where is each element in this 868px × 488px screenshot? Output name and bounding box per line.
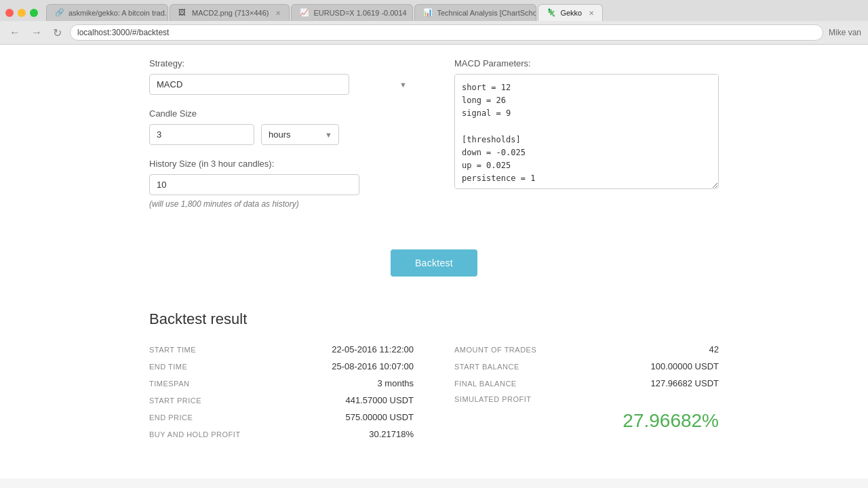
- browser-chrome: 🔗 askmike/gekko: A bitcoin trad... ✕ 🖼 M…: [0, 0, 868, 45]
- simulated-profit-key: SIMULATED PROFIT: [454, 395, 532, 403]
- tab-bar: 🔗 askmike/gekko: A bitcoin trad... ✕ 🖼 M…: [0, 0, 868, 21]
- tab-close-icon[interactable]: ✕: [275, 9, 281, 17]
- result-row-final-balance: FINAL BALANCE 127.96682 USDT: [454, 378, 719, 388]
- tab-github[interactable]: 🔗 askmike/gekko: A bitcoin trad... ✕: [46, 4, 168, 21]
- strategy-dropdown[interactable]: MACD RSI DEMA PPO MACD Trailing Stop: [149, 74, 349, 95]
- result-row-buy-hold-profit: BUY AND HOLD PROFIT 30.21718%: [149, 429, 414, 439]
- right-column: MACD Parameters: short = 12 long = 26 si…: [454, 58, 719, 205]
- result-row-end-time: END TIME 25-08-2016 10:07:00: [149, 361, 414, 371]
- maximize-window-button[interactable]: [30, 9, 38, 17]
- backtest-btn-row: Backtest: [149, 249, 719, 277]
- traffic-lights: [5, 9, 38, 17]
- result-row-start-price: START PRICE 441.57000 USDT: [149, 395, 414, 405]
- history-size-input[interactable]: 10: [149, 174, 359, 195]
- backtest-result-section: Backtest result START TIME 22-05-2016 11…: [149, 310, 719, 446]
- start-balance-value: 100.00000 USDT: [651, 361, 719, 371]
- backtest-button[interactable]: Backtest: [391, 249, 477, 277]
- buy-hold-profit-value: 30.21718%: [369, 429, 414, 439]
- strategy-section: Strategy: MACD RSI DEMA PPO MACD Trailin…: [149, 58, 414, 95]
- timespan-key: TIMESPAN: [149, 380, 189, 388]
- user-label: Mike van: [829, 28, 861, 37]
- result-row-amount-trades: AMOUNT OF TRADES 42: [454, 344, 719, 354]
- candle-size-section: Candle Size 3 minutes hours days ▼: [149, 108, 414, 145]
- left-column: Strategy: MACD RSI DEMA PPO MACD Trailin…: [149, 58, 414, 222]
- end-price-value: 575.00000 USDT: [346, 412, 414, 422]
- macd-params-textarea[interactable]: short = 12 long = 26 signal = 9 [thresho…: [454, 74, 719, 189]
- result-row-start-balance: START BALANCE 100.00000 USDT: [454, 361, 719, 371]
- candle-unit-dropdown[interactable]: minutes hours days: [261, 124, 339, 145]
- result-row-end-price: END PRICE 575.00000 USDT: [149, 412, 414, 422]
- end-time-value: 25-08-2016 10:07:00: [332, 361, 414, 371]
- macd-params-label: MACD Parameters:: [454, 58, 719, 68]
- final-balance-value: 127.96682 USDT: [651, 378, 719, 388]
- start-time-key: START TIME: [149, 346, 196, 354]
- tab-close-icon[interactable]: ✕: [589, 9, 594, 17]
- amount-trades-key: AMOUNT OF TRADES: [454, 346, 536, 354]
- simulated-profit-value: 27.96682%: [454, 410, 719, 432]
- start-time-value: 22-05-2016 11:22:00: [332, 344, 414, 354]
- macd-params-section: MACD Parameters: short = 12 long = 26 si…: [454, 58, 719, 191]
- address-bar-input[interactable]: localhost:3000/#/backtest: [70, 24, 823, 41]
- start-balance-key: START BALANCE: [454, 363, 519, 371]
- reload-button[interactable]: ↻: [50, 25, 64, 41]
- result-right-col: AMOUNT OF TRADES 42 START BALANCE 100.00…: [454, 344, 719, 446]
- page-content: Strategy: MACD RSI DEMA PPO MACD Trailin…: [0, 45, 868, 479]
- strategy-select-wrapper: MACD RSI DEMA PPO MACD Trailing Stop ▼: [149, 74, 414, 95]
- history-size-section: History Size (in 3 hour candles): 10 (wi…: [149, 159, 414, 209]
- candle-row: 3 minutes hours days ▼: [149, 124, 414, 145]
- strategy-macd-layout: Strategy: MACD RSI DEMA PPO MACD Trailin…: [149, 58, 719, 222]
- chart-icon: 📊: [423, 8, 433, 18]
- strategy-dropdown-arrow-icon: ▼: [399, 81, 407, 89]
- result-row-simulated-profit: SIMULATED PROFIT: [454, 395, 719, 403]
- result-left-col: START TIME 22-05-2016 11:22:00 END TIME …: [149, 344, 414, 446]
- tab-eurusd[interactable]: 📈 EURUSD=X 1.0619 -0.0014 ✕: [291, 4, 413, 21]
- result-row-start-time: START TIME 22-05-2016 11:22:00: [149, 344, 414, 354]
- address-bar-row: ← → ↻ localhost:3000/#/backtest Mike van: [0, 21, 868, 44]
- back-button[interactable]: ←: [7, 25, 23, 40]
- final-balance-key: FINAL BALANCE: [454, 380, 517, 388]
- start-price-key: START PRICE: [149, 396, 201, 405]
- timespan-value: 3 months: [378, 378, 414, 388]
- history-size-label: History Size (in 3 hour candles):: [149, 159, 414, 169]
- tab-technical-analysis[interactable]: 📊 Technical Analysis [ChartScho... ✕: [414, 4, 536, 21]
- end-time-key: END TIME: [149, 363, 187, 371]
- minimize-window-button[interactable]: [18, 9, 26, 17]
- github-icon: 🔗: [55, 8, 64, 18]
- forward-button[interactable]: →: [28, 25, 45, 40]
- main-container: Strategy: MACD RSI DEMA PPO MACD Trailin…: [122, 58, 746, 446]
- finance-icon: 📈: [300, 8, 309, 18]
- buy-hold-profit-key: BUY AND HOLD PROFIT: [149, 430, 241, 439]
- history-note: (will use 1,800 minutes of data as histo…: [149, 199, 414, 209]
- candle-number-input[interactable]: 3: [149, 124, 254, 145]
- end-price-key: END PRICE: [149, 413, 193, 422]
- candle-size-label: Candle Size: [149, 108, 414, 119]
- close-window-button[interactable]: [5, 9, 14, 17]
- amount-trades-value: 42: [709, 344, 719, 354]
- image-icon: 🖼: [178, 8, 188, 18]
- result-grid: START TIME 22-05-2016 11:22:00 END TIME …: [149, 344, 719, 446]
- gekko-icon: 🦎: [547, 8, 556, 18]
- result-row-timespan: TIMESPAN 3 months: [149, 378, 414, 388]
- tab-gekko[interactable]: 🦎 Gekko ✕: [538, 4, 603, 21]
- candle-unit-wrapper: minutes hours days ▼: [261, 124, 339, 145]
- strategy-label: Strategy:: [149, 58, 414, 68]
- start-price-value: 441.57000 USDT: [346, 395, 414, 405]
- result-title: Backtest result: [149, 310, 719, 328]
- tab-macd-image[interactable]: 🖼 MACD2.png (713×446) ✕: [170, 4, 290, 21]
